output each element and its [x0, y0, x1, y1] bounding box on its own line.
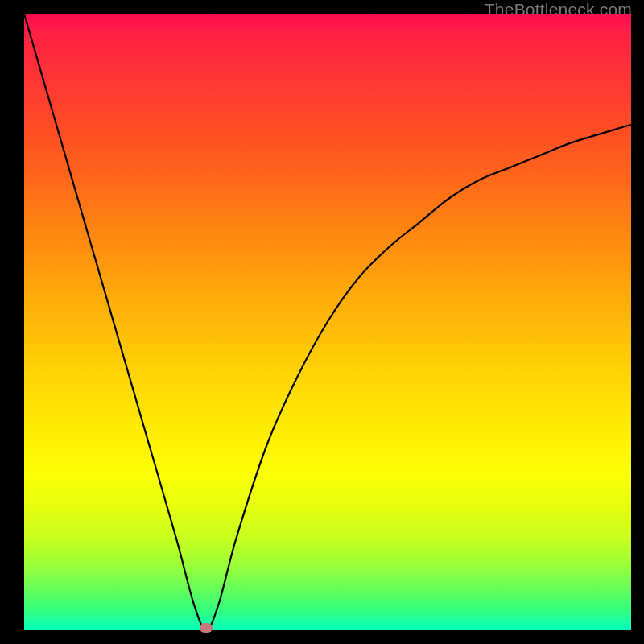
plot-area [24, 14, 631, 630]
bottleneck-curve [24, 14, 631, 630]
chart-container: TheBottleneck.com [0, 0, 644, 644]
optimal-point-marker [200, 623, 213, 633]
